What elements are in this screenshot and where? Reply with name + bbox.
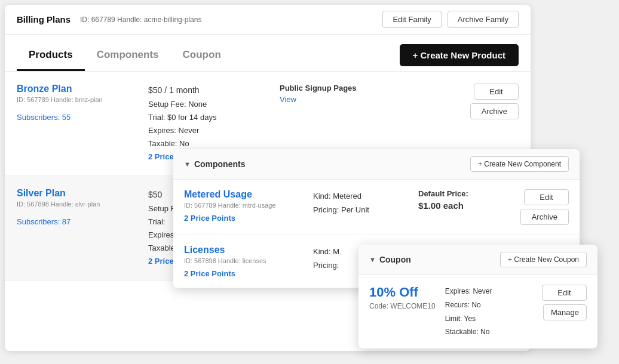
component-kind-col: Kind: Metered Pricing: Per Unit — [313, 189, 409, 217]
default-price-value: $1.00 each — [418, 200, 511, 211]
component-pricing: Pricing: Per Unit — [313, 203, 409, 217]
coupon-code: Code: WELCOME10 — [369, 302, 436, 310]
header-meta: ID: 667789 Handle: acme-billing-plans — [80, 16, 201, 24]
signup-view-link[interactable]: View — [280, 95, 458, 104]
product-taxable: Taxable: No — [148, 137, 268, 150]
components-panel-title: ▼ Components — [184, 159, 245, 169]
coupon-panel: ▼ Coupon + Create New Coupon 10% Off Cod… — [358, 245, 597, 348]
product-name-col: Silver Plan ID: 567898 Handle: slvr-plan… — [17, 188, 136, 226]
product-expires: Expires: Never — [148, 124, 268, 137]
product-actions-col: Edit Archive — [470, 84, 519, 119]
component-price-col: Default Price: $1.00 each — [418, 189, 511, 211]
chevron-down-icon: ▼ — [184, 161, 191, 168]
coupon-expires: Expires: Never — [445, 285, 532, 298]
coupon-limit: Limit: Yes — [445, 312, 532, 326]
component-name[interactable]: Licenses — [184, 245, 304, 255]
product-name-col: Bronze Plan ID: 567789 Handle: brnz-plan… — [17, 84, 136, 122]
coupon-panel-title: ▼ Coupon — [369, 255, 411, 264]
coupon-recurs: Recurs: No — [445, 298, 532, 312]
coupon-edit-button[interactable]: Edit — [542, 285, 587, 301]
component-edit-button[interactable]: Edit — [524, 189, 569, 205]
coupon-manage-button[interactable]: Manage — [543, 304, 587, 320]
components-title-text: Components — [194, 159, 246, 169]
tab-products[interactable]: Products — [17, 44, 85, 71]
component-kind: Kind: Metered — [313, 189, 409, 203]
coupon-panel-header: ▼ Coupon + Create New Coupon — [358, 245, 597, 275]
chevron-down-icon: ▼ — [369, 256, 376, 263]
create-new-product-button[interactable]: + Create New Product — [400, 44, 519, 66]
product-archive-button[interactable]: Archive — [470, 103, 519, 119]
header-left: Billing Plans ID: 667789 Handle: acme-bi… — [17, 14, 201, 24]
coupon-actions: Edit Manage — [542, 285, 587, 320]
coupon-stackable: Stackable: No — [445, 325, 532, 339]
billing-plans-title: Billing Plans — [17, 14, 71, 24]
product-subscribers[interactable]: Subscribers: 87 — [17, 217, 136, 226]
coupon-name[interactable]: 10% Off — [369, 285, 436, 300]
component-id: ID: 567789 Handle: mtrd-usage — [184, 202, 304, 209]
component-price-points[interactable]: 2 Price Points — [184, 214, 304, 223]
product-id: ID: 567789 Handle: brnz-plan — [17, 96, 136, 103]
coupon-title-text: Coupon — [379, 255, 411, 264]
product-name[interactable]: Bronze Plan — [17, 84, 136, 94]
coupon-details-col: Expires: Never Recurs: No Limit: Yes Sta… — [445, 285, 532, 339]
signup-title: Public Signup Pages — [280, 84, 458, 92]
product-setup-fee: Setup Fee: None — [148, 98, 268, 111]
product-name[interactable]: Silver Plan — [17, 188, 136, 199]
tab-coupon[interactable]: Coupon — [171, 44, 233, 71]
list-item: Metered Usage ID: 567789 Handle: mtrd-us… — [173, 180, 580, 235]
component-name[interactable]: Metered Usage — [184, 189, 304, 200]
component-price-points[interactable]: 2 Price Points — [184, 269, 304, 278]
components-panel-header: ▼ Components + Create New Component — [173, 149, 580, 180]
create-new-component-button[interactable]: + Create New Component — [470, 156, 569, 172]
tabs: Products Components Coupon — [17, 44, 233, 71]
product-trial: Trial: $0 for 14 days — [148, 111, 268, 124]
component-name-col: Metered Usage ID: 567789 Handle: mtrd-us… — [184, 189, 304, 223]
tab-components[interactable]: Components — [85, 44, 171, 71]
edit-family-button[interactable]: Edit Family — [382, 11, 441, 28]
component-archive-button[interactable]: Archive — [520, 209, 569, 225]
component-actions: Edit Archive — [520, 189, 569, 225]
archive-family-button[interactable]: Archive Family — [448, 11, 519, 28]
default-price-label: Default Price: — [418, 189, 511, 198]
product-price-main: $50 / 1 month — [148, 84, 268, 98]
component-id: ID: 567898 Handle: licenses — [184, 257, 304, 264]
component-name-col: Licenses ID: 567898 Handle: licenses 2 P… — [184, 245, 304, 278]
product-signup-col: Public Signup Pages View — [280, 84, 458, 104]
product-subscribers[interactable]: Subscribers: 55 — [17, 113, 136, 122]
tabs-row: Products Components Coupon + Create New … — [5, 35, 531, 72]
coupon-name-col: 10% Off Code: WELCOME10 — [369, 285, 436, 310]
product-id: ID: 567898 Handle: slvr-plan — [17, 200, 136, 208]
coupon-row: 10% Off Code: WELCOME10 Expires: Never R… — [358, 275, 597, 348]
create-coupon-button[interactable]: + Create New Coupon — [500, 252, 587, 267]
product-edit-button[interactable]: Edit — [474, 84, 519, 100]
header: Billing Plans ID: 667789 Handle: acme-bi… — [5, 5, 531, 35]
header-actions: Edit Family Archive Family — [382, 11, 519, 28]
